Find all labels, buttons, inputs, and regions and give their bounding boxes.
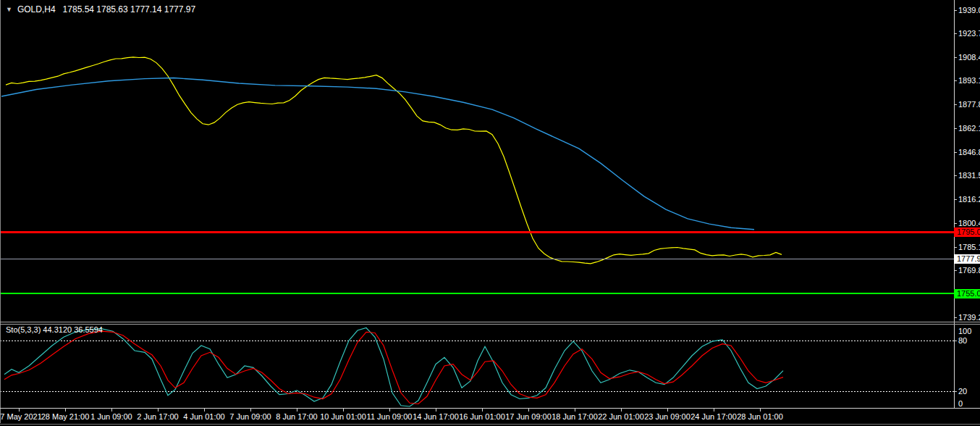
candle-body (294, 78, 297, 85)
support-line-price-badge[interactable]: 1755.00 (954, 289, 980, 298)
stoch-k-line (4, 328, 783, 407)
candle-body (421, 125, 425, 132)
time-tick (436, 409, 436, 412)
price-tick (954, 223, 957, 224)
support-line[interactable] (0, 293, 954, 294)
candle-body (398, 112, 402, 117)
candle-body (479, 130, 483, 135)
time-tick (297, 409, 297, 412)
stoch-axis-label: 100 (958, 327, 971, 335)
stoch-axis-label: 80 (958, 336, 967, 345)
current-price-line-price-badge[interactable]: 1777.97 (954, 254, 980, 264)
time-axis-label: 14 Jun 17:00 (413, 412, 459, 421)
candle-body (601, 248, 604, 254)
candle-body (740, 242, 743, 248)
candle-body (363, 64, 367, 68)
candle-body (33, 76, 37, 80)
candle-body (415, 128, 419, 132)
pane-separator-bottom[interactable] (0, 324, 980, 325)
price-tick (954, 270, 957, 271)
candle-body (97, 57, 101, 59)
main-chart-canvas[interactable] (0, 0, 954, 322)
time-tick (204, 409, 205, 412)
price-tick (954, 128, 957, 129)
chart-dropdown-icon[interactable]: ▼ (6, 6, 12, 13)
pane-separator-top[interactable] (0, 322, 980, 322)
candle-body (39, 75, 43, 80)
price-tick (954, 175, 957, 176)
candle-body (508, 230, 512, 253)
candle-body (659, 234, 662, 241)
candle-body (392, 117, 396, 125)
candle-body (51, 71, 54, 74)
candle-body (664, 241, 668, 252)
candle-body (62, 66, 66, 69)
candle-body (114, 52, 118, 58)
chart-title: ▼GOLD,H41785.54 1785.63 1777.14 1777.97 (6, 4, 195, 14)
candle-body (109, 52, 112, 54)
time-axis-label: 2 Jun 17:00 (137, 412, 179, 421)
stochastic-canvas[interactable] (0, 322, 954, 408)
candle-body (317, 70, 321, 72)
candle-body (774, 246, 778, 247)
candle-body (566, 274, 570, 279)
candle-body (404, 112, 407, 119)
time-tick (482, 409, 483, 412)
price-axis-label: 1800.45 (958, 219, 980, 227)
resistance-line-price-badge[interactable]: 1795.00 (954, 227, 980, 237)
candle-body (358, 67, 361, 72)
candle-body (68, 66, 72, 69)
candle-body (236, 94, 240, 96)
candle-body (745, 248, 749, 267)
candle-body (439, 128, 442, 135)
time-axis-label: 8 Jun 17:00 (276, 412, 318, 421)
price-tick (954, 33, 957, 34)
time-tick (65, 409, 66, 412)
stoch-tick (954, 341, 957, 341)
resistance-line[interactable] (0, 231, 954, 233)
candle-body (456, 128, 460, 133)
candle-body (271, 95, 274, 102)
candle-body (682, 253, 685, 257)
candle-body (184, 130, 187, 138)
price-tick (954, 247, 957, 248)
time-axis-label: 27 May 2021 (0, 412, 42, 421)
time-axis[interactable]: 27 May 202128 May 21:001 Jun 09:002 Jun … (0, 408, 980, 426)
candle-body (369, 64, 373, 65)
candle-body (74, 64, 77, 69)
stochastic-label: Sto(5,3,3) 44.3120 36.5594 (6, 325, 103, 334)
candle-body (497, 167, 500, 206)
ohlc-values: 1785.54 1785.63 1777.14 1777.97 (63, 4, 196, 14)
price-axis-label: 1816.20 (958, 195, 980, 204)
price-tick (954, 104, 957, 105)
candle-body (711, 254, 714, 259)
candle-body (219, 99, 222, 105)
time-tick (343, 409, 344, 412)
price-axis[interactable]: 1795.001777.971755.001939.051923.751908.… (954, 0, 980, 408)
price-tick (954, 10, 957, 11)
candle-body (305, 73, 309, 78)
candle-body (248, 104, 251, 114)
price-tick (954, 152, 957, 153)
candle-body (543, 245, 546, 250)
candle-body (207, 112, 211, 120)
candle-body (595, 248, 599, 254)
time-axis-label: 1 Jun 09:00 (90, 412, 132, 421)
candle-body (491, 133, 494, 167)
current-price-line[interactable] (0, 259, 954, 259)
candle-body (334, 88, 338, 96)
price-axis-label: 1939.05 (958, 6, 980, 14)
candle-body (80, 64, 83, 67)
price-axis-label: 1923.75 (958, 29, 980, 38)
candle-body (612, 254, 616, 259)
candle-body (722, 251, 726, 255)
candle-body (462, 122, 465, 128)
time-tick (19, 409, 20, 412)
time-tick (158, 409, 159, 412)
candle-body (56, 69, 60, 74)
time-axis-label: 16 Jun 01:00 (459, 412, 505, 421)
price-tick (954, 199, 957, 200)
time-axis-label: 28 May 21:00 (41, 412, 90, 421)
ma-slow-line (1, 78, 754, 230)
candle-body (323, 70, 326, 75)
